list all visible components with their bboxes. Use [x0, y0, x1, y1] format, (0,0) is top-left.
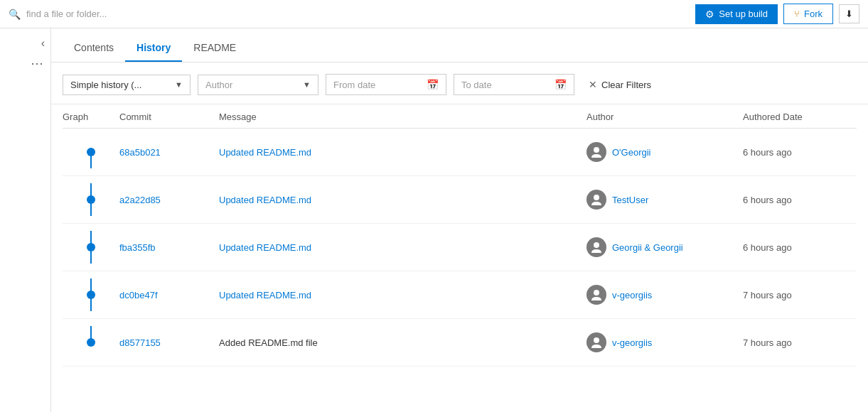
- graph-cell: [63, 326, 119, 359]
- chevron-down-icon: ▼: [175, 80, 183, 89]
- commit-message[interactable]: Updated README.md: [219, 147, 586, 158]
- author-name: O'Georgii: [612, 147, 651, 158]
- col-graph: Graph: [63, 112, 119, 122]
- svg-point-16: [87, 338, 95, 347]
- avatar: [586, 142, 606, 162]
- top-bar-right: ⚙ Set up build ⑂ Fork ⬇: [695, 4, 859, 24]
- tab-history[interactable]: History: [125, 35, 182, 62]
- avatar: [586, 332, 606, 352]
- authored-date: 7 hours ago: [743, 337, 857, 348]
- author-cell[interactable]: TestUser: [586, 190, 743, 210]
- author-name: v-georgiis: [612, 290, 652, 300]
- from-date-picker[interactable]: From date 📅: [326, 74, 446, 95]
- to-date-label: To date: [461, 80, 492, 90]
- author-cell[interactable]: v-georgiis: [586, 285, 743, 305]
- commit-hash[interactable]: a2a22d85: [119, 195, 219, 205]
- commit-hash[interactable]: d8577155: [119, 337, 219, 348]
- author-cell[interactable]: Georgii & Georgii: [586, 237, 743, 257]
- setup-build-button[interactable]: ⚙ Set up build: [695, 4, 778, 24]
- author-name: TestUser: [612, 195, 648, 205]
- close-icon: ✕: [589, 79, 597, 90]
- svg-point-1: [87, 148, 95, 156]
- avatar: [586, 237, 606, 257]
- history-type-dropdown[interactable]: Simple history (... ▼: [63, 75, 191, 95]
- svg-point-10: [594, 242, 599, 248]
- svg-point-9: [87, 243, 95, 251]
- tab-readme[interactable]: README: [182, 35, 247, 62]
- commit-message[interactable]: Updated README.md: [219, 195, 586, 205]
- commit-message: Added README.md file: [219, 337, 586, 348]
- commit-hash[interactable]: 68a5b021: [119, 147, 219, 158]
- main-layout: ‹ ⋯ Contents History README Simple histo…: [0, 28, 868, 412]
- svg-point-17: [594, 337, 599, 343]
- graph-cell: [63, 231, 119, 264]
- top-bar: 🔍 find a file or folder... ⚙ Set up buil…: [0, 0, 868, 28]
- graph-cell: [63, 183, 119, 216]
- commit-message[interactable]: Updated README.md: [219, 290, 586, 300]
- col-message: Message: [219, 112, 586, 122]
- col-commit: Commit: [119, 112, 219, 122]
- author-cell[interactable]: v-georgiis: [586, 332, 743, 352]
- svg-point-5: [87, 195, 95, 204]
- clear-filters-button[interactable]: ✕ Clear Filters: [582, 75, 658, 94]
- table-header: Graph Commit Message Author Authored Dat…: [63, 104, 857, 129]
- table-row: a2a22d85Updated README.mdTestUser6 hours…: [63, 176, 857, 224]
- content-area: Contents History README Simple history (…: [51, 28, 868, 412]
- graph-cell: [63, 278, 119, 311]
- download-icon: ⬇: [845, 9, 853, 19]
- avatar: [586, 190, 606, 210]
- commit-message[interactable]: Updated README.md: [219, 242, 586, 253]
- clear-filters-label: Clear Filters: [601, 80, 651, 90]
- authored-date: 7 hours ago: [743, 290, 857, 300]
- to-date-picker[interactable]: To date 📅: [454, 74, 574, 95]
- author-dropdown[interactable]: Author ▼: [198, 75, 318, 95]
- setup-build-icon: ⚙: [705, 9, 714, 20]
- table-row: 68a5b021Updated README.mdO'Georgii6 hour…: [63, 129, 857, 176]
- more-options-icon[interactable]: ⋯: [25, 53, 50, 74]
- table-row: fba355fbUpdated README.mdGeorgii & Georg…: [63, 224, 857, 271]
- svg-point-2: [594, 147, 599, 153]
- authored-date: 6 hours ago: [743, 147, 857, 158]
- avatar: [586, 285, 606, 305]
- fork-button[interactable]: ⑂ Fork: [783, 4, 833, 24]
- table-row: d8577155Added README.md filev-georgiis7 …: [63, 319, 857, 367]
- svg-point-6: [594, 195, 599, 200]
- setup-build-label: Set up build: [719, 9, 768, 19]
- download-button[interactable]: ⬇: [839, 4, 859, 23]
- commit-rows: 68a5b021Updated README.mdO'Georgii6 hour…: [63, 129, 857, 367]
- top-bar-left: 🔍 find a file or folder...: [9, 9, 107, 20]
- author-name: Georgii & Georgii: [612, 242, 683, 253]
- author-name: v-georgiis: [612, 337, 652, 348]
- svg-point-14: [594, 290, 599, 296]
- col-authored-date: Authored Date: [743, 112, 857, 122]
- col-author: Author: [586, 112, 743, 122]
- author-placeholder: Author: [205, 80, 232, 90]
- graph-cell: [63, 136, 119, 168]
- tab-contents[interactable]: Contents: [63, 35, 125, 62]
- calendar-to-icon: 📅: [554, 79, 567, 90]
- svg-point-13: [87, 291, 95, 299]
- table-row: dc0be47fUpdated README.mdv-georgiis7 hou…: [63, 271, 857, 319]
- commit-table: Graph Commit Message Author Authored Dat…: [51, 104, 868, 412]
- authored-date: 6 hours ago: [743, 242, 857, 253]
- author-cell[interactable]: O'Georgii: [586, 142, 743, 162]
- fork-icon: ⑂: [794, 9, 800, 19]
- chevron-down-author-icon: ▼: [303, 80, 311, 89]
- authored-date: 6 hours ago: [743, 195, 857, 205]
- commit-hash[interactable]: fba355fb: [119, 242, 219, 253]
- history-type-label: Simple history (...: [70, 80, 141, 90]
- calendar-from-icon: 📅: [427, 79, 439, 90]
- search-icon: 🔍: [9, 9, 21, 20]
- collapse-icon[interactable]: ‹: [36, 34, 50, 53]
- commit-hash[interactable]: dc0be47f: [119, 290, 219, 300]
- filters-row: Simple history (... ▼ Author ▼ From date…: [51, 63, 868, 104]
- search-placeholder: find a file or folder...: [26, 9, 107, 19]
- tabs-bar: Contents History README: [51, 28, 868, 63]
- from-date-label: From date: [333, 80, 375, 90]
- fork-label: Fork: [804, 9, 823, 19]
- sidebar: ‹ ⋯: [0, 28, 51, 412]
